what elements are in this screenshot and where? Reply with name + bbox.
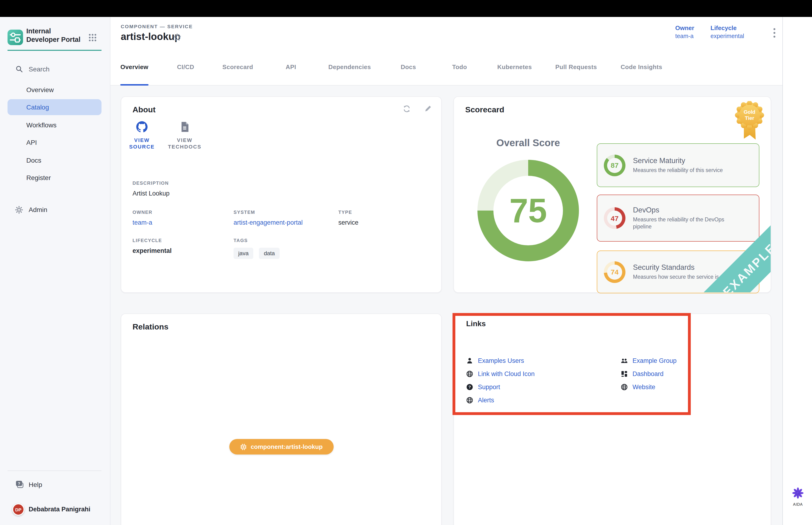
link-alerts[interactable]: Alerts (466, 395, 494, 405)
sidebar-help-label: Help (29, 481, 42, 488)
portal-logo-icon (7, 30, 23, 45)
metric-description: Measures the reliability of the DevOps p… (633, 216, 741, 230)
tab-cicd[interactable]: CI/CD (177, 63, 194, 71)
breadcrumb: COMPONENT — SERVICE (121, 24, 193, 29)
about-type-value: service (338, 219, 358, 226)
page-title: artist-lookup (121, 31, 181, 42)
about-owner-label: OWNER (133, 210, 153, 215)
devops-score: 47 (604, 207, 626, 229)
help-chat-icon: ? (15, 480, 25, 489)
group-icon (621, 357, 628, 364)
user-icon (466, 357, 473, 364)
metric-tile-security-standards[interactable]: 74 Security Standards Measures how secur… (597, 251, 760, 293)
portal-title: Internal Developer Portal (26, 27, 85, 44)
tab-scorecard[interactable]: Scorecard (223, 63, 253, 71)
dashboard-icon (621, 370, 628, 377)
sidebar-item-register[interactable]: Register (7, 170, 102, 186)
type-field: TYPE service (338, 210, 358, 226)
app-window: Internal Developer Portal Search Overvie… (0, 0, 812, 525)
avatar: DP (12, 504, 25, 515)
apps-grid-icon[interactable] (88, 33, 97, 42)
system-field: SYSTEM artist-engagement-portal (233, 210, 303, 226)
scorecard-card: Scorecard Overall Score 75 87 Service Ma… (454, 96, 771, 293)
gear-icon (15, 206, 23, 214)
sidebar-item-overview[interactable]: Overview (7, 82, 102, 98)
link-example-group[interactable]: Example Group (621, 356, 677, 365)
tab-dependencies[interactable]: Dependencies (328, 63, 371, 71)
overall-score-label: Overall Score (472, 137, 585, 149)
devops-donut: 47 (604, 207, 626, 229)
relations-node[interactable]: component:artist-lookup (229, 439, 334, 454)
about-system-value[interactable]: artist-engagement-portal (233, 219, 303, 226)
about-owner-value[interactable]: team-a (133, 219, 153, 226)
link-label: Website (632, 383, 655, 390)
overall-score-donut: 75 (477, 160, 579, 261)
security-standards-donut: 74 (604, 261, 626, 283)
sidebar-user[interactable]: DP Debabrata Panigrahi (0, 503, 110, 517)
sidebar-search[interactable]: Search (0, 63, 110, 76)
aida-assistant-widget[interactable]: AIDA (788, 487, 807, 507)
owner-value[interactable]: team-a (675, 33, 694, 40)
sidebar-item-api[interactable]: API (7, 134, 102, 150)
scorecard-title: Scorecard (465, 105, 504, 115)
link-label: Examples Users (478, 357, 524, 364)
header-owner[interactable]: Owner team-a (675, 25, 694, 40)
active-tab-underline (120, 84, 149, 86)
relations-node-label: component:artist-lookup (251, 443, 323, 450)
view-techdocs-button[interactable]: VIEW TECHDOCS (156, 121, 213, 149)
svg-text:Gold: Gold (744, 109, 755, 115)
link-examples-users[interactable]: Examples Users (466, 356, 524, 365)
refresh-icon[interactable] (402, 104, 412, 114)
globe-icon (466, 370, 473, 377)
link-dashboard[interactable]: Dashboard (621, 369, 663, 378)
about-system-label: SYSTEM (233, 210, 303, 215)
about-lifecycle-value: experimental (133, 247, 172, 254)
sidebar-item-docs[interactable]: Docs (7, 152, 102, 168)
github-icon (136, 121, 148, 133)
tab-api[interactable]: API (286, 63, 296, 71)
service-maturity-donut: 87 (604, 154, 626, 176)
metric-description: Measures how secure the service is (633, 273, 719, 281)
edit-pencil-icon[interactable] (424, 104, 433, 114)
sidebar-help[interactable]: ? Help (0, 478, 110, 491)
sidebar-search-label: Search (29, 65, 49, 73)
main-area: COMPONENT — SERVICE artist-lookup Owner … (110, 17, 782, 525)
screen: Internal Developer Portal Search Overvie… (0, 0, 812, 525)
aida-flower-icon (792, 487, 804, 499)
tab-code-insights[interactable]: Code Insights (621, 63, 662, 71)
about-tags-label: TAGS (233, 238, 284, 243)
header-lifecycle[interactable]: Lifecycle experimental (710, 25, 744, 40)
aida-label: AIDA (788, 502, 807, 507)
tab-pull-requests[interactable]: Pull Requests (555, 63, 597, 71)
service-maturity-score: 87 (604, 154, 626, 176)
favorite-star-icon[interactable] (173, 33, 181, 43)
link-cloud[interactable]: Link with Cloud Icon (466, 369, 535, 378)
metric-tile-devops[interactable]: 47 DevOps Measures the reliability of th… (597, 195, 760, 242)
link-label: Example Group (632, 357, 677, 364)
tag-chip[interactable]: data (259, 248, 280, 259)
link-support[interactable]: ? Support (466, 382, 500, 391)
description-field: DESCRIPTION Artist Lookup (133, 180, 170, 197)
entity-header: COMPONENT — SERVICE artist-lookup Owner … (110, 17, 782, 86)
link-website[interactable]: Website (621, 382, 655, 391)
owner-field: OWNER team-a (133, 210, 153, 226)
view-techdocs-line2: TECHDOCS (156, 144, 213, 149)
browser-black-bar (0, 0, 812, 17)
tab-todo[interactable]: Todo (452, 63, 467, 71)
tab-docs[interactable]: Docs (401, 63, 416, 71)
tab-overview[interactable]: Overview (121, 63, 149, 71)
tag-chip[interactable]: java (233, 248, 253, 259)
about-card: About VIEW (121, 96, 442, 293)
sidebar-item-workflows[interactable]: Workflows (7, 117, 102, 133)
sidebar-item-catalog[interactable]: Catalog (7, 99, 102, 115)
link-label: Dashboard (632, 370, 663, 377)
about-lifecycle-label: LIFECYCLE (133, 238, 172, 243)
svg-text:?: ? (469, 385, 471, 389)
tab-kubernetes[interactable]: Kubernetes (497, 63, 532, 71)
metric-description: Measures the reliability of this service (633, 167, 723, 174)
kebab-menu-icon[interactable] (770, 27, 779, 39)
sidebar-item-admin[interactable]: Admin (0, 204, 110, 217)
metric-tile-service-maturity[interactable]: 87 Service Maturity Measures the reliabi… (597, 144, 760, 187)
techdocs-file-icon (180, 121, 190, 133)
search-icon (16, 65, 23, 73)
